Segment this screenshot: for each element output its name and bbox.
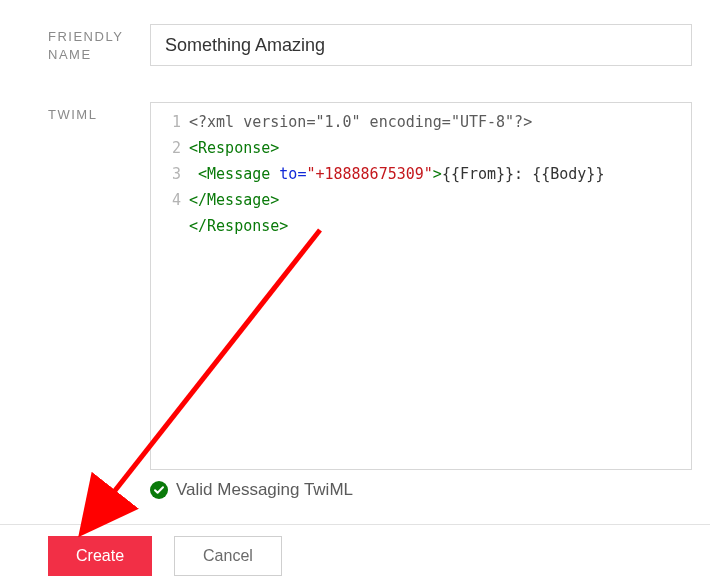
friendly-name-field-col [150,24,710,66]
code-message-open: <Message [189,165,279,183]
gutter-line: 4 [151,187,181,213]
gutter-line: 3 [151,161,181,187]
twiml-editor[interactable]: 1 2 3 4 <?xml version="1.0" encoding="UT… [150,102,692,470]
create-button[interactable]: Create [48,536,152,576]
twiml-label: TWIML [0,102,150,124]
editor-gutter: 1 2 3 4 [151,103,187,469]
validation-text: Valid Messaging TwiML [176,480,353,500]
gutter-line: 1 [151,109,181,135]
code-response-open: <Response> [189,139,279,157]
validation-row: Valid Messaging TwiML [0,470,710,504]
twiml-field-col: 1 2 3 4 <?xml version="1.0" encoding="UT… [150,102,710,470]
footer-bar: Create Cancel [0,524,710,586]
code-xml-declaration: <?xml version="1.0" encoding="UTF-8"?> [189,113,532,131]
code-message-text: {{From}}: {{Body}} [442,165,605,183]
friendly-name-row: FRIENDLY NAME [0,0,710,66]
code-attr-name: to [279,165,297,183]
code-attr-value: "+18888675309" [306,165,432,183]
cancel-button[interactable]: Cancel [174,536,282,576]
twiml-row: TWIML 1 2 3 4 <?xml version="1.0" encodi… [0,66,710,470]
code-response-close: </Response> [189,217,288,235]
code-message-end: </Message> [189,191,279,209]
gutter-line: 2 [151,135,181,161]
code-msg-close-bracket: > [433,165,442,183]
friendly-name-label: FRIENDLY NAME [0,24,150,63]
check-circle-icon [150,481,168,499]
friendly-name-input[interactable] [150,24,692,66]
editor-code[interactable]: <?xml version="1.0" encoding="UTF-8"?><R… [187,103,691,469]
